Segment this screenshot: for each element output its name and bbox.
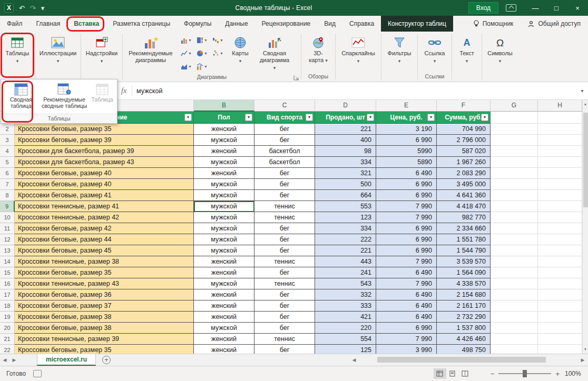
cell-empty[interactable] — [538, 312, 582, 323]
row-header[interactable]: 11 — [0, 223, 15, 234]
cell-qty[interactable]: 125 — [315, 345, 376, 354]
cell-sport[interactable]: теннис — [254, 256, 315, 267]
cell-sport[interactable]: бег — [254, 312, 315, 323]
symbols-group-button[interactable]: Ω Символы ▾ — [483, 32, 517, 82]
cell-empty[interactable] — [491, 223, 538, 234]
cell-sport[interactable]: бег — [254, 190, 315, 201]
cell-gender[interactable]: мужской — [194, 278, 254, 289]
cell-name[interactable]: Кроссовки беговые, размер 38 — [15, 312, 194, 323]
cell-price[interactable]: 3 990 — [376, 345, 437, 354]
cell-price[interactable]: 7 990 — [376, 278, 437, 289]
cell-sport[interactable]: бег — [254, 267, 315, 278]
cell-name[interactable]: Кроссовки теннисные, размер 38 — [15, 256, 194, 267]
cell-empty[interactable] — [491, 135, 538, 146]
filter-button[interactable]: ▾ — [481, 114, 488, 121]
cell-gender[interactable]: женский — [194, 300, 254, 312]
map-3d-button[interactable]: 3D- карта ▾ — [302, 32, 335, 73]
cell-qty[interactable]: 334 — [315, 157, 376, 168]
filter-button[interactable]: ▾ — [245, 114, 252, 121]
cell-empty[interactable] — [538, 334, 582, 345]
addins-group-button[interactable]: Надстройки ▾ — [82, 32, 122, 82]
tab-home[interactable]: Главная — [30, 16, 67, 32]
close-button[interactable]: × — [567, 0, 588, 16]
scroll-down-icon[interactable]: ▼ — [584, 345, 587, 354]
sheet-nav-left-icon[interactable]: ◀ — [0, 354, 9, 366]
tab-page-layout[interactable]: Разметка страницы — [106, 16, 177, 32]
cell-sum[interactable]: 1 967 260 — [437, 157, 491, 168]
cell-price[interactable]: 7 990 — [376, 201, 437, 212]
assistant-button[interactable]: Помощник — [466, 16, 521, 32]
cell-sport[interactable]: бег — [254, 289, 315, 300]
cell-empty[interactable] — [538, 157, 582, 168]
cell-empty[interactable] — [538, 323, 582, 334]
col-header-d[interactable]: D — [315, 100, 376, 112]
row-header[interactable]: 22 — [0, 345, 15, 354]
cell-sum[interactable]: 498 750 — [437, 345, 491, 354]
cell-name[interactable]: Кроссовки для баскетбола, размер 39 — [15, 146, 194, 157]
cell-empty[interactable] — [538, 112, 582, 124]
cell-empty[interactable] — [538, 124, 582, 135]
accessibility-icon[interactable] — [33, 370, 42, 377]
cell-sum[interactable]: 982 770 — [437, 212, 491, 223]
scatter-chart-button[interactable]: ▾ — [210, 47, 226, 60]
cell-empty[interactable] — [538, 179, 582, 190]
cell-sport[interactable]: теннис — [254, 334, 315, 345]
cell-price[interactable]: 6 990 — [376, 234, 437, 245]
sheet-tab-active[interactable]: microexcel.ru — [37, 354, 96, 366]
cell-name[interactable]: Кроссовки беговые, размер 40 — [15, 179, 194, 190]
row-header[interactable]: 16 — [0, 278, 15, 289]
cell-empty[interactable] — [538, 345, 582, 354]
cell-qty[interactable]: 500 — [315, 179, 376, 190]
row-header[interactable]: 17 — [0, 289, 15, 300]
vertical-scroll-thumb[interactable] — [583, 113, 588, 207]
cell-gender[interactable]: мужской — [194, 179, 254, 190]
cell-sport[interactable]: бег — [254, 223, 315, 234]
header-cell-qty[interactable]: Продано, шт▾ — [315, 112, 376, 124]
cell-name[interactable]: Кроссовки беговые, размер 45 — [15, 245, 194, 256]
hierarchy-chart-button[interactable]: ▾ — [194, 34, 210, 47]
cell-price[interactable]: 6 990 — [376, 245, 437, 256]
cell-qty[interactable]: 321 — [315, 168, 376, 179]
cell-qty[interactable]: 543 — [315, 278, 376, 289]
zoom-out-icon[interactable]: − — [491, 370, 495, 378]
row-header[interactable]: 6 — [0, 168, 15, 179]
row-header[interactable]: 18 — [0, 300, 15, 312]
cell-empty[interactable] — [491, 267, 538, 278]
share-button[interactable]: Общий доступ — [521, 16, 588, 32]
row-header[interactable]: 9 — [0, 201, 15, 212]
cell-qty[interactable]: 334 — [315, 223, 376, 234]
cell-sum[interactable]: 3 539 570 — [437, 256, 491, 267]
cell-sport[interactable]: бег — [254, 300, 315, 312]
row-header[interactable]: 19 — [0, 312, 15, 323]
header-cell-price[interactable]: Цена, руб.▾ — [376, 112, 437, 124]
cell-sum[interactable]: 3 495 000 — [437, 179, 491, 190]
col-header-f[interactable]: F — [437, 100, 491, 112]
col-header-c[interactable]: C — [254, 100, 315, 112]
cell-name[interactable]: Кроссовки беговые, размер 36 — [15, 289, 194, 300]
cell-qty[interactable]: 553 — [315, 201, 376, 212]
cell-name[interactable]: Кроссовки теннисные, размер 39 — [15, 334, 194, 345]
cell-qty[interactable]: 664 — [315, 190, 376, 201]
sparklines-group-button[interactable]: Спарклайны ▾ — [336, 32, 380, 82]
row-header[interactable]: 10 — [0, 212, 15, 223]
row-header[interactable]: 13 — [0, 245, 15, 256]
pie-chart-button[interactable]: ▾ — [194, 47, 210, 60]
cell-price[interactable]: 6 490 — [376, 312, 437, 323]
page-layout-view-button[interactable] — [446, 368, 459, 379]
cell-empty[interactable] — [491, 157, 538, 168]
col-header-e[interactable]: E — [376, 100, 437, 112]
cell-sport[interactable]: бег — [254, 135, 315, 146]
cell-name[interactable]: Кроссовки теннисные, размер 42 — [15, 212, 194, 223]
cell-empty[interactable] — [538, 245, 582, 256]
new-sheet-button[interactable]: + — [102, 356, 111, 364]
vertical-scrollbar[interactable]: ▲ ▼ — [582, 100, 588, 354]
cell-empty[interactable] — [491, 201, 538, 212]
area-chart-button[interactable]: ▾ — [178, 60, 194, 73]
tab-help[interactable]: Справка — [342, 16, 381, 32]
cell-gender[interactable]: мужской — [194, 323, 254, 334]
cell-gender[interactable]: женский — [194, 334, 254, 345]
cell-name[interactable]: Кроссовки беговые, размер 44 — [15, 234, 194, 245]
scroll-right-icon[interactable]: ▶ — [579, 357, 587, 363]
cell-name[interactable]: Кроссовки беговые, размер 40 — [15, 168, 194, 179]
cell-price[interactable]: 6 490 — [376, 267, 437, 278]
